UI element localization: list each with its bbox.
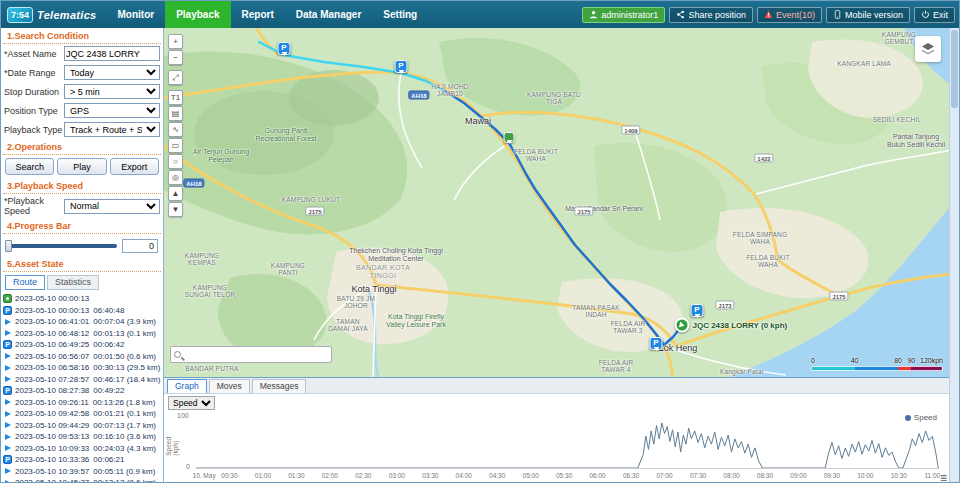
asset-state-row[interactable]: 2023-05-10 09:42:5800:01:21 (0.1 km) [3,408,161,419]
events-button-label: Event(10) [776,10,815,20]
user-badge-label: administrator1 [601,10,658,20]
mobile-version-button[interactable]: Mobile version [826,7,910,23]
pan-down-button[interactable]: ▼ [168,202,183,217]
playback-type-select[interactable]: Track + Route + Statisti [64,122,160,137]
nav-item-data-manager[interactable]: Data Manager [285,1,373,28]
asset-state-row[interactable]: P2023-05-10 10:33:3600:06:21 [3,454,161,465]
asset-state-row[interactable]: 2023-05-10 09:44:2900:07:13 (1.7 km) [3,420,161,431]
nav-item-report[interactable]: Report [231,1,285,28]
progress-slider-handle[interactable] [5,240,12,252]
playback-speed-select[interactable]: Normal [64,199,160,214]
circle-tool-button[interactable]: ○ [168,154,183,169]
asset-state-row[interactable]: P2023-05-10 06:49:2500:06:42 [3,339,161,350]
zoom-in-button[interactable]: + [168,34,183,49]
graph-series-select[interactable]: Speed [168,396,215,410]
asset-name-label: *Asset Name [4,49,64,59]
asset-tab-route[interactable]: Route [5,275,45,290]
waypoint-marker[interactable] [504,132,515,143]
scrollbar-thumb[interactable] [951,30,958,108]
asset-state-row[interactable]: P2023-05-10 00:00:1306:40:48 [3,305,161,316]
asset-state-row[interactable]: 2023-05-10 10:39:5700:05:11 (0.9 km) [3,466,161,477]
rectangle-tool-button[interactable]: ▭ [168,138,183,153]
entry-time: 2023-05-10 06:58:16 [15,363,89,372]
map-layers-button[interactable] [915,36,941,62]
nav-menu: MonitorPlaybackReportData ManagerSetting [106,1,428,28]
events-button[interactable]: Event(10) [757,7,822,23]
x-axis-label: 00:30 [221,472,237,479]
app-logo: 7:54 Telematics [1,7,106,23]
label-tool-button[interactable]: T1 [168,90,183,105]
play-button[interactable]: Play [57,158,106,175]
entry-time: 2023-05-10 10:39:57 [15,467,89,476]
x-axis-label: 05:00 [523,472,539,479]
curve-tool-button[interactable]: ∿ [168,122,183,137]
x-axis-label: 10:00 [857,472,873,479]
asset-state-row[interactable]: 2023-05-10 09:53:1300:16:10 (3.6 km) [3,431,161,442]
asset-state-row[interactable]: 2023-05-10 06:41:0100:07:04 (3.9 km) [3,316,161,327]
search-condition-fields: *Asset Name*Date RangeTodayStop Duration… [1,44,163,139]
chart-ytick-0: 0 [186,463,190,470]
x-axis-label: 04:30 [489,472,505,479]
vertical-scrollbar[interactable] [949,28,959,483]
fullscreen-button[interactable]: ⤢ [168,70,183,85]
asset-state-tabs: RouteStatistics [1,272,163,292]
nav-item-playback[interactable]: Playback [165,1,230,28]
entry-detail: 00:07:04 (3.9 km) [93,317,156,326]
entry-time: 2023-05-10 08:27:38 [15,386,89,395]
asset-tab-statistics[interactable]: Statistics [47,275,99,290]
map-toolbar: +−⤢T1▤∿▭○◎▲▼ [168,34,183,217]
start-icon [3,294,12,303]
asset-marker[interactable]: JQC 2438 LORRY (0 kph) [675,318,690,333]
parking-marker[interactable]: P [278,42,291,55]
layers-tool-button[interactable]: ▤ [168,106,183,121]
share-icon [676,10,685,19]
date-range-select[interactable]: Today [64,65,160,80]
graph-tab-graph[interactable]: Graph [167,379,207,393]
share-position-button[interactable]: Share position [669,7,753,23]
chart-legend: Speed [905,413,937,422]
entry-time: 2023-05-10 06:56:07 [15,352,89,361]
asset-state-row[interactable]: 2023-05-10 06:58:1600:30:13 (29.5 km) [3,362,161,373]
search-button[interactable]: Search [5,158,54,175]
asset-state-row[interactable]: 2023-05-10 06:48:1200:01:13 (0.1 km) [3,328,161,339]
graph-tab-moves[interactable]: Moves [209,379,250,393]
pan-up-button[interactable]: ▲ [168,186,183,201]
asset-state-row[interactable]: 2023-05-10 10:45:3700:13:12 (8.6 km) [3,477,161,483]
progress-slider[interactable] [6,244,117,248]
map-canvas[interactable]: KAMPUNG GEMBUTKANGKAR LAMAHAJI MOHD JAMB… [164,28,951,377]
moving-icon [3,363,12,372]
parking-icon: P [3,386,12,395]
moving-icon [3,432,12,441]
entry-detail: 00:01:21 (0.1 km) [93,409,156,418]
parking-marker[interactable]: P [395,60,408,73]
chart-menu-button[interactable]: ≡ [940,473,947,483]
exit-button[interactable]: Exit [914,7,955,23]
parking-marker[interactable]: P [691,304,704,317]
entry-detail: 00:07:13 (1.7 km) [93,421,156,430]
asset-arrow-icon [679,321,688,329]
nav-item-monitor[interactable]: Monitor [106,1,165,28]
section-playback-speed: 3.Playback Speed [3,178,161,194]
asset-name-row: *Asset Name [1,44,163,63]
asset-state-row[interactable]: 2023-05-10 10:09:3300:24:03 (4.3 km) [3,443,161,454]
asset-state-row[interactable]: 2023-05-10 07:28:5700:46:17 (18.4 km) [3,374,161,385]
search-input[interactable] [184,350,328,360]
position-type-select[interactable]: GPS [64,103,160,118]
asset-state-row[interactable]: 2023-05-10 09:26:1100:13:26 (1.8 km) [3,397,161,408]
stop-duration-select[interactable]: > 5 min [64,84,160,99]
speed-line [196,415,939,468]
x-axis-label: 10:30 [891,472,907,479]
asset-state-row[interactable]: P2023-05-10 08:27:3800:49:22 [3,385,161,396]
asset-state-row[interactable]: 2023-05-10 00:00:13 [3,293,161,304]
parking-marker[interactable]: P [650,337,663,350]
asset-state-row[interactable]: 2023-05-10 06:56:0700:01:50 (0.6 km) [3,351,161,362]
nav-item-setting[interactable]: Setting [372,1,428,28]
user-badge[interactable]: administrator1 [582,7,665,23]
entry-detail: 00:05:11 (0.9 km) [93,467,155,476]
asset-name-input[interactable] [64,46,160,61]
zoom-out-button[interactable]: − [168,50,183,65]
graph-tab-messages[interactable]: Messages [252,379,307,393]
entry-detail: 00:13:12 (8.6 km) [93,478,156,483]
target-tool-button[interactable]: ◎ [168,170,183,185]
export-button[interactable]: Export [110,158,159,175]
